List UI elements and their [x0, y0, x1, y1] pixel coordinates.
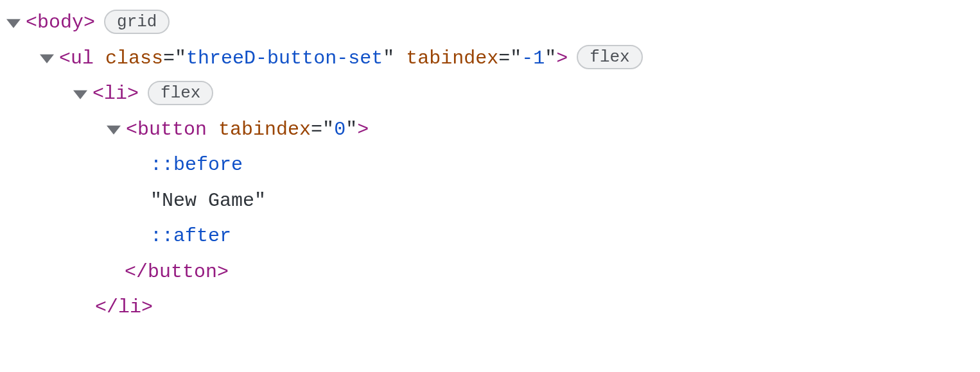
pseudo-element: ::after [150, 219, 231, 255]
attr-name: class [105, 41, 163, 77]
tree-row-body[interactable]: <body> grid [1, 5, 980, 41]
layout-badge-grid[interactable]: grid [104, 10, 170, 34]
angle-close: > [127, 76, 139, 112]
tag-name: button [137, 112, 207, 148]
angle-open: < [125, 255, 136, 291]
quote: " [346, 112, 357, 148]
angle-close: > [217, 255, 229, 291]
expand-toggle-icon[interactable] [101, 117, 126, 142]
angle-open: < [59, 41, 71, 77]
attr-value: threeD-button-set [186, 41, 383, 77]
tree-row-pseudo-after[interactable]: ::after [1, 219, 980, 255]
attr-value: -1 [521, 41, 545, 77]
slash: / [136, 255, 148, 291]
tree-row-li[interactable]: <li> flex [1, 76, 980, 112]
dom-tree: <body> grid <ul class="threeD-button-set… [0, 0, 980, 326]
tree-row-pseudo-before[interactable]: ::before [1, 148, 980, 183]
angle-close: > [83, 5, 95, 41]
expand-toggle-icon[interactable] [68, 82, 92, 106]
quote: " [322, 112, 334, 148]
angle-close: > [141, 290, 153, 326]
spacer [126, 189, 150, 213]
angle-open: < [95, 290, 107, 326]
pseudo-element: ::before [150, 148, 243, 183]
equals: = [163, 41, 175, 77]
tag-name: ul [71, 41, 94, 77]
quote: " [175, 41, 186, 77]
angle-open: < [26, 5, 37, 41]
angle-close: > [357, 112, 369, 148]
spacer [126, 153, 150, 178]
layout-badge-flex[interactable]: flex [148, 81, 213, 105]
attr-name: tabindex [218, 112, 311, 148]
tag-name: button [148, 255, 217, 291]
tree-row-button-close[interactable]: </button> [1, 255, 980, 291]
angle-open: < [92, 76, 104, 112]
tag-name: body [37, 5, 83, 41]
attr-name: tabindex [406, 41, 498, 77]
quote: " [383, 41, 394, 77]
angle-close: > [556, 41, 568, 77]
quote: " [545, 41, 556, 77]
tag-name: li [118, 290, 141, 326]
text-node: "New Game" [150, 183, 266, 219]
tree-row-ul[interactable]: <ul class="threeD-button-set" tabindex="… [1, 41, 980, 77]
tag-name: li [104, 76, 127, 112]
equals: = [498, 41, 510, 77]
attr-value: 0 [334, 112, 346, 148]
layout-badge-flex[interactable]: flex [577, 45, 642, 69]
angle-open: < [126, 112, 137, 148]
expand-toggle-icon[interactable] [1, 11, 26, 35]
quote: " [510, 41, 521, 77]
tree-row-button[interactable]: <button tabindex="0"> [1, 112, 980, 148]
tree-row-text-node[interactable]: "New Game" [1, 183, 980, 219]
slash: / [107, 290, 118, 326]
equals: = [311, 112, 322, 148]
expand-toggle-icon[interactable] [35, 46, 59, 71]
spacer [126, 224, 150, 249]
tree-row-li-close[interactable]: </li> [1, 290, 980, 326]
